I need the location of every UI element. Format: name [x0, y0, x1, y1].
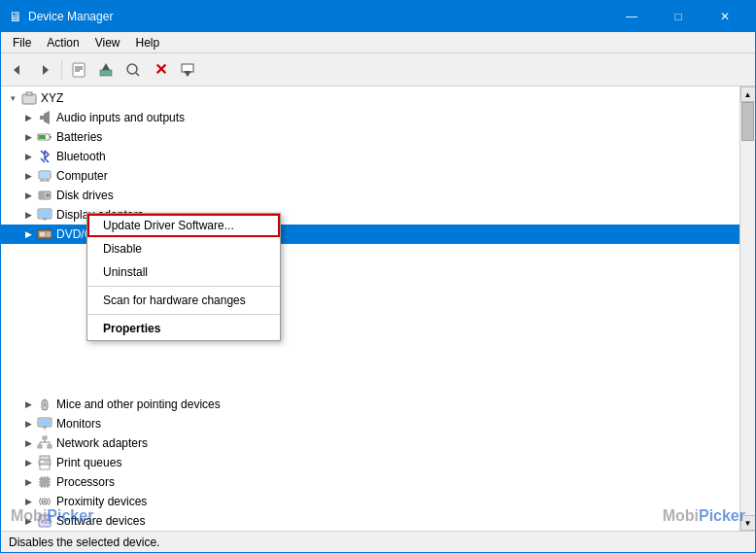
forward-button[interactable]: [32, 57, 57, 83]
ctx-properties[interactable]: Properties: [87, 317, 280, 340]
tree-item-batteries[interactable]: ▶ Batteries: [1, 127, 739, 147]
ctx-sep-1: [87, 286, 280, 287]
svg-marker-1: [43, 65, 49, 75]
tree-item-monitors[interactable]: ▶ Monitors: [1, 414, 739, 433]
tree-item-root-label: XYZ: [41, 91, 63, 105]
network-icon: [36, 435, 53, 451]
software-icon: </>: [36, 513, 53, 529]
install-legacy-button[interactable]: [175, 57, 200, 83]
svg-rect-20: [40, 172, 50, 178]
ctx-scan-hardware[interactable]: Scan for hardware changes: [87, 289, 280, 312]
svg-rect-14: [40, 116, 44, 120]
expand-icon-root: ▾: [5, 90, 20, 106]
scroll-up-arrow[interactable]: ▲: [740, 86, 756, 102]
dvd-icon: [36, 226, 53, 242]
tree-item-root[interactable]: ▾ XYZ: [1, 88, 739, 108]
properties-button[interactable]: [66, 57, 91, 83]
close-button[interactable]: ✕: [703, 5, 747, 28]
expand-icon-dvd: ▶: [20, 226, 36, 242]
print-icon: [36, 455, 53, 470]
scroll-down-arrow[interactable]: ▼: [740, 515, 756, 531]
audio-icon: [36, 110, 53, 125]
svg-rect-28: [39, 210, 51, 218]
tree-item-audio-label: Audio inputs and outputs: [56, 111, 185, 124]
tree-item-audio[interactable]: ▶ Audio inputs and outputs: [1, 108, 739, 127]
expand-icon-mice: ▶: [20, 397, 36, 412]
svg-line-9: [136, 73, 139, 76]
svg-rect-32: [40, 232, 45, 236]
menu-action[interactable]: Action: [39, 34, 86, 52]
computer-icon: [36, 168, 53, 184]
scroll-track[interactable]: [740, 102, 755, 515]
main-area: ▾ XYZ ▶ A: [1, 86, 755, 531]
svg-rect-6: [100, 70, 112, 76]
ctx-sep-2: [87, 314, 280, 315]
tree-item-computer[interactable]: ▶ Computer: [1, 166, 739, 186]
tree-item-disk-label: Disk drives: [56, 189, 114, 202]
svg-point-34: [48, 233, 50, 235]
tree-item-network[interactable]: ▶ Network adapters: [1, 433, 739, 453]
tree-item-proximity[interactable]: ▶ Proximity devices: [1, 492, 739, 511]
expand-icon-network: ▶: [20, 435, 36, 451]
tree-view[interactable]: ▾ XYZ ▶ A: [1, 86, 739, 531]
svg-rect-25: [40, 192, 45, 198]
tree-item-processors[interactable]: ▶: [1, 472, 739, 492]
title-bar: 🖥 Device Manager — □ ✕: [1, 1, 755, 32]
ctx-properties-label: Properties: [103, 322, 160, 335]
svg-point-67: [44, 501, 47, 503]
monitors-icon: [36, 416, 53, 432]
svg-rect-2: [73, 63, 85, 77]
proximity-icon: [36, 494, 53, 509]
status-bar: Disables the selected device.: [1, 531, 755, 552]
svg-rect-53: [42, 479, 48, 485]
tree-item-batteries-label: Batteries: [56, 130, 102, 144]
cpu-icon: [36, 474, 53, 490]
back-button[interactable]: [5, 57, 30, 83]
svg-marker-0: [14, 65, 19, 75]
ctx-scan-hardware-label: Scan for hardware changes: [103, 294, 246, 307]
expand-icon-software: ▶: [20, 513, 36, 529]
toolbar: ✕: [1, 53, 755, 86]
title-bar-title: Device Manager: [28, 10, 113, 23]
tree-item-monitors-label: Monitors: [56, 417, 101, 431]
ctx-uninstall-label: Uninstall: [103, 265, 148, 279]
tree-item-mice[interactable]: ▶ Mice and other pointing devices: [1, 395, 739, 414]
scrollbar[interactable]: ▲ ▼: [739, 86, 755, 531]
svg-text:</>: </>: [41, 517, 52, 526]
toolbar-sep-1: [61, 60, 62, 80]
title-bar-left: 🖥 Device Manager: [9, 9, 113, 24]
status-text: Disables the selected device.: [9, 536, 159, 549]
ctx-disable[interactable]: Disable: [87, 237, 280, 260]
svg-rect-51: [41, 461, 44, 463]
svg-rect-43: [48, 445, 52, 448]
ctx-uninstall[interactable]: Uninstall: [87, 260, 280, 284]
tree-item-disk[interactable]: ▶ Disk drives: [1, 186, 739, 205]
battery-icon: [36, 129, 53, 145]
svg-rect-13: [26, 92, 32, 95]
tree-item-proximity-label: Proximity devices: [56, 495, 147, 508]
expand-icon-print: ▶: [20, 455, 36, 470]
menu-view[interactable]: View: [87, 34, 128, 52]
menu-file[interactable]: File: [5, 34, 39, 52]
expand-icon-disk: ▶: [20, 188, 36, 203]
uninstall-button[interactable]: ✕: [148, 57, 173, 83]
display-icon: [36, 207, 53, 223]
menu-help[interactable]: Help: [128, 34, 168, 52]
svg-rect-18: [39, 135, 46, 139]
svg-rect-50: [40, 465, 50, 469]
tree-item-bluetooth[interactable]: ▶ Bluetooth: [1, 147, 739, 166]
update-driver-button[interactable]: [93, 57, 119, 83]
tree-item-software[interactable]: ▶ </> Software devices: [1, 511, 739, 531]
minimize-button[interactable]: —: [609, 5, 654, 28]
tree-item-print[interactable]: ▶ Print queues: [1, 453, 739, 472]
maximize-button[interactable]: □: [656, 5, 701, 28]
ctx-update-driver[interactable]: Update Driver Software...: [87, 214, 280, 237]
svg-rect-38: [39, 419, 51, 426]
svg-rect-10: [182, 64, 193, 72]
scroll-thumb[interactable]: [741, 102, 754, 141]
svg-point-8: [127, 64, 137, 74]
svg-rect-17: [50, 136, 52, 138]
tree-item-processors-label: Processors: [56, 475, 115, 489]
scan-hardware-button[interactable]: [120, 57, 146, 83]
tree-item-mice-label: Mice and other pointing devices: [56, 397, 221, 411]
